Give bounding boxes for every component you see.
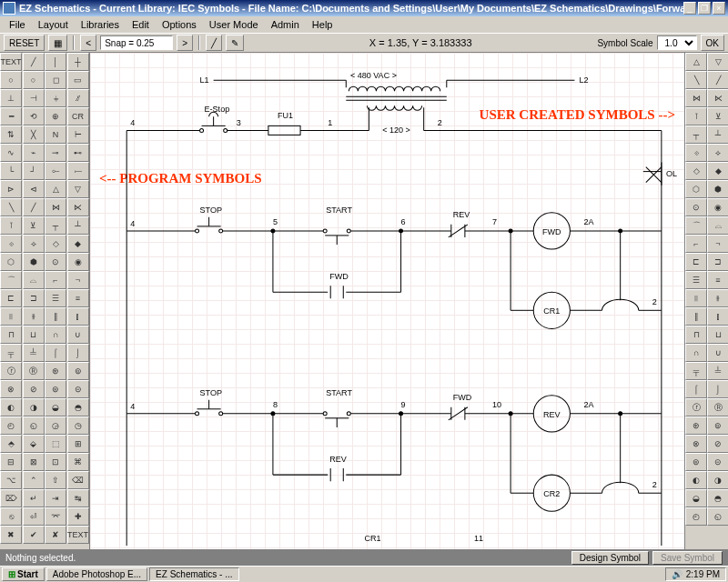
grid-toggle-button[interactable]: ▦ — [48, 35, 67, 51]
palette-symbol-45[interactable]: ⬢ — [23, 253, 45, 271]
palette-symbol-27[interactable]: ⟝ — [67, 162, 89, 180]
palette-symbol-38[interactable]: ┬ — [45, 216, 66, 235]
draw-tool-button[interactable]: ✎ — [226, 35, 244, 51]
palette-symbol-16[interactable]: ⇅ — [0, 125, 22, 144]
palette-symbol-39[interactable]: ┴ — [67, 216, 89, 235]
close-button[interactable]: × — [713, 2, 725, 15]
user-symbol-27[interactable]: ⫵ — [707, 289, 728, 307]
palette-symbol-26[interactable]: ⟜ — [45, 162, 66, 180]
palette-symbol-49[interactable]: ⌓ — [23, 271, 45, 289]
palette-symbol-102[interactable]: ⌤ — [45, 507, 66, 526]
palette-symbol-87[interactable]: ⊞ — [67, 435, 89, 453]
user-symbol-14[interactable]: ⬡ — [685, 180, 707, 198]
user-symbol-19[interactable]: ⌓ — [707, 216, 728, 235]
user-symbol-31[interactable]: ⊔ — [707, 326, 728, 344]
menu-file[interactable]: File — [4, 18, 31, 31]
user-symbol-8[interactable]: ┬ — [685, 125, 707, 144]
palette-symbol-29[interactable]: ⊲ — [23, 180, 45, 198]
palette-symbol-84[interactable]: ⬘ — [0, 435, 22, 453]
palette-symbol-58[interactable]: ∥ — [45, 307, 66, 326]
user-symbol-37[interactable]: ⌡ — [707, 380, 728, 398]
palette-symbol-66[interactable]: ⌠ — [45, 344, 66, 362]
palette-symbol-69[interactable]: Ⓡ — [23, 362, 45, 380]
nav-right-button[interactable]: > — [177, 35, 193, 51]
palette-symbol-6[interactable]: ◻ — [45, 71, 66, 89]
palette-symbol-106[interactable]: ✘ — [45, 526, 66, 544]
palette-symbol-100[interactable]: ⎋ — [0, 507, 22, 526]
palette-symbol-17[interactable]: ╳ — [23, 125, 45, 144]
palette-symbol-85[interactable]: ⬙ — [23, 435, 45, 453]
palette-symbol-107[interactable]: TEXT — [67, 526, 89, 544]
palette-symbol-91[interactable]: ⌘ — [67, 453, 89, 471]
maximize-button[interactable]: ❐ — [698, 2, 711, 15]
reset-button[interactable]: RESET — [4, 35, 45, 51]
palette-symbol-20[interactable]: ∿ — [0, 144, 22, 162]
palette-symbol-67[interactable]: ⌡ — [67, 344, 89, 362]
user-symbol-24[interactable]: ☰ — [685, 271, 707, 289]
user-symbol-48[interactable]: ◒ — [685, 489, 707, 507]
palette-symbol-101[interactable]: ⏎ — [23, 507, 45, 526]
user-symbol-47[interactable]: ◑ — [707, 471, 728, 489]
user-symbol-7[interactable]: ⊻ — [707, 107, 728, 125]
palette-symbol-34[interactable]: ⋈ — [45, 198, 66, 216]
palette-symbol-68[interactable]: ⓡ — [0, 362, 22, 380]
palette-symbol-78[interactable]: ◒ — [45, 398, 66, 416]
palette-symbol-72[interactable]: ⊗ — [0, 380, 22, 398]
palette-symbol-41[interactable]: ⟡ — [23, 235, 45, 253]
palette-symbol-43[interactable]: ◆ — [67, 235, 89, 253]
palette-symbol-0[interactable]: TEXT — [0, 53, 22, 71]
palette-symbol-79[interactable]: ◓ — [67, 398, 89, 416]
palette-symbol-97[interactable]: ↵ — [23, 489, 45, 507]
palette-symbol-9[interactable]: ⊣ — [23, 89, 45, 107]
user-symbol-46[interactable]: ◐ — [685, 471, 707, 489]
user-symbol-5[interactable]: ⋉ — [707, 89, 728, 107]
palette-symbol-90[interactable]: ⊡ — [45, 453, 66, 471]
palette-symbol-103[interactable]: ✚ — [67, 507, 89, 526]
palette-symbol-80[interactable]: ◴ — [0, 416, 22, 435]
palette-symbol-35[interactable]: ⋉ — [67, 198, 89, 216]
palette-symbol-105[interactable]: ✔ — [23, 526, 45, 544]
palette-symbol-86[interactable]: ⬚ — [45, 435, 66, 453]
user-symbol-51[interactable]: ◵ — [707, 507, 728, 526]
palette-symbol-31[interactable]: ▽ — [67, 180, 89, 198]
palette-symbol-40[interactable]: ⟐ — [0, 235, 22, 253]
user-symbol-43[interactable]: ⊘ — [707, 435, 728, 453]
palette-symbol-12[interactable]: ━ — [0, 107, 22, 125]
palette-symbol-59[interactable]: ⫿ — [67, 307, 89, 326]
task-photoshop[interactable]: Adobe Photoshop E... — [46, 567, 147, 581]
user-symbol-33[interactable]: ∪ — [707, 344, 728, 362]
user-symbol-10[interactable]: ⟐ — [685, 144, 707, 162]
minimize-button[interactable]: _ — [683, 2, 696, 15]
palette-symbol-64[interactable]: ╤ — [0, 344, 22, 362]
palette-symbol-51[interactable]: ¬ — [67, 271, 89, 289]
palette-symbol-24[interactable]: └ — [0, 162, 22, 180]
palette-symbol-48[interactable]: ⌒ — [0, 271, 22, 289]
user-symbol-4[interactable]: ⋈ — [685, 89, 707, 107]
start-button[interactable]: ⊞Start — [2, 567, 45, 581]
palette-symbol-73[interactable]: ⊘ — [23, 380, 45, 398]
palette-symbol-1[interactable]: ╱ — [23, 53, 45, 71]
palette-symbol-7[interactable]: ▭ — [67, 71, 89, 89]
palette-symbol-50[interactable]: ⌐ — [45, 271, 66, 289]
palette-symbol-33[interactable]: ╱ — [23, 198, 45, 216]
palette-symbol-99[interactable]: ↹ — [67, 489, 89, 507]
user-symbol-42[interactable]: ⊗ — [685, 435, 707, 453]
palette-symbol-30[interactable]: △ — [45, 180, 66, 198]
user-symbol-20[interactable]: ⌐ — [685, 235, 707, 253]
user-symbol-23[interactable]: ⊐ — [707, 253, 728, 271]
palette-symbol-98[interactable]: ⇥ — [45, 489, 66, 507]
user-symbol-38[interactable]: ⓡ — [685, 398, 707, 416]
palette-symbol-37[interactable]: ⊻ — [23, 216, 45, 235]
palette-symbol-22[interactable]: ⊸ — [45, 144, 66, 162]
palette-symbol-62[interactable]: ∩ — [45, 326, 66, 344]
scale-select[interactable]: 1.00 — [657, 35, 697, 50]
palette-symbol-2[interactable]: │ — [45, 53, 66, 71]
user-symbol-17[interactable]: ◉ — [707, 198, 728, 216]
menu-options[interactable]: Options — [157, 18, 202, 31]
palette-symbol-25[interactable]: ┘ — [23, 162, 45, 180]
user-symbol-6[interactable]: ⊺ — [685, 107, 707, 125]
user-symbol-44[interactable]: ⊜ — [685, 453, 707, 471]
user-symbol-32[interactable]: ∩ — [685, 344, 707, 362]
palette-symbol-82[interactable]: ◶ — [45, 416, 66, 435]
user-symbol-21[interactable]: ¬ — [707, 235, 728, 253]
